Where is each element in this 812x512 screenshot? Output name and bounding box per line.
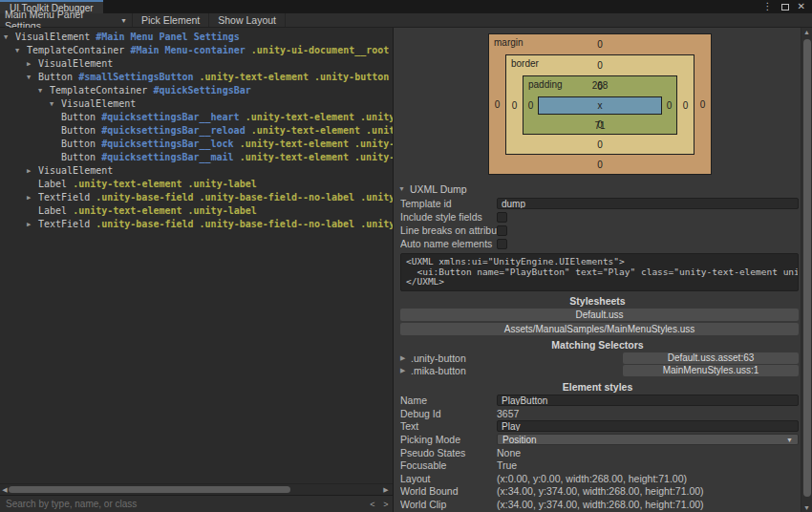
expand-icon[interactable]: ▶ — [27, 164, 38, 178]
text-input[interactable] — [497, 420, 799, 432]
style-row-name: Name — [400, 395, 799, 408]
stylesheets-list: Default.ussAssets/ManualSamples/MainMenu… — [395, 309, 801, 335]
matching-selectors-list: ▶.unity-buttonDefault.uss.asset:63▶.mika… — [395, 352, 801, 377]
world-clip-value: (x:34.00, y:374.00, width:268.00, height… — [497, 499, 704, 510]
tree-row[interactable]: ▼TemplateContainer #quickSettingsBar — [0, 84, 393, 97]
element-type: Button — [61, 125, 96, 136]
template-id-input[interactable] — [497, 198, 799, 209]
tree-row[interactable]: ▶TextField .unity-base-field .unity-base… — [0, 191, 393, 204]
element-classes: .unity-text-element .unity-label — [67, 179, 257, 189]
element-type: TemplateContainer — [27, 45, 124, 55]
selector-source-button[interactable]: Default.uss.asset:63 — [623, 352, 799, 364]
element-tree: ▼VisualElement #Main Menu Panel Settings… — [0, 28, 393, 483]
padding-label: padding — [528, 79, 563, 90]
panel-selector-dropdown[interactable]: Main Menu Panel Settings ▼ — [0, 13, 132, 27]
picking-mode-dropdown[interactable]: Position▼ — [497, 434, 799, 445]
tree-row[interactable]: Button #quicksettingsBar__heart .unity-t… — [0, 111, 393, 124]
collapse-icon[interactable]: ▼ — [38, 84, 50, 97]
maximize-icon[interactable] — [781, 4, 789, 11]
element-type: TemplateContainer — [50, 85, 147, 96]
selector-source-button[interactable]: MainMenuStyles.uss:1 — [623, 365, 799, 376]
kebab-menu-icon[interactable]: ⋮ — [763, 0, 773, 13]
horizontal-scrollbar[interactable]: ◀ ▶ — [0, 483, 393, 495]
tree-row[interactable]: ▶VisualElement — [0, 57, 393, 71]
ui-toolkit-debugger-window: UI Toolkit Debugger ⋮ ✕ Main Menu Panel … — [0, 0, 812, 512]
element-styles-list: NameDebug Id3657TextPicking ModePosition… — [395, 395, 801, 512]
layout-label: Layout — [400, 473, 497, 484]
padding-left-value: 0 — [524, 96, 538, 115]
collapse-icon[interactable]: ▼ — [398, 185, 410, 192]
uxml-code-block[interactable]: <UXML xmlns:ui="UnityEngine.UIElements">… — [400, 253, 799, 291]
element-type: TextField — [38, 192, 90, 203]
tree-row[interactable]: Label .unity-text-element .unity-label — [0, 178, 393, 191]
line-breaks-checkbox[interactable] — [497, 225, 507, 236]
element-classes: .unity-ui-document__root — [246, 45, 390, 55]
collapse-icon[interactable]: ▼ — [4, 31, 15, 44]
tree-row[interactable]: ▼TemplateContainer #Main Menu-container … — [0, 44, 393, 57]
horizontal-scrollbar-thumb[interactable] — [9, 486, 290, 493]
window-controls: ⋮ ✕ — [763, 0, 812, 13]
element-styles-header: Element styles — [395, 381, 801, 393]
tree-row[interactable]: ▼VisualElement #Main Menu Panel Settings — [0, 31, 393, 44]
margin-left-value: 0 — [489, 54, 505, 155]
element-name: #quicksettingsBar__mail — [96, 152, 234, 162]
box-model-border: border 0 0 padding 0 — [505, 54, 694, 155]
name-label: Name — [400, 395, 497, 406]
vertical-scrollbar-thumb[interactable] — [803, 39, 811, 497]
show-layout-button[interactable]: Show Layout — [208, 13, 286, 27]
tree-row[interactable]: Label .unity-text-element .unity-label — [0, 204, 393, 218]
expand-icon[interactable]: ▶ — [400, 354, 411, 362]
tree-row[interactable]: ▼Button #smallSettingsButton .unity-text… — [0, 71, 393, 84]
pick-element-button[interactable]: Pick Element — [132, 13, 208, 27]
include-style-fields-row: Include style fields — [400, 210, 799, 224]
scroll-up-icon[interactable]: ▲ — [801, 29, 812, 35]
tree-row[interactable]: Button #quicksettingsBar__mail .unity-te… — [0, 151, 393, 164]
element-name: #smallSettingsButton — [73, 72, 193, 82]
element-classes: .unity-text-element .unity-label — [67, 205, 257, 216]
chevron-down-icon: ▼ — [786, 437, 793, 443]
expand-icon[interactable]: ▶ — [27, 57, 38, 71]
tree-row[interactable]: ▼VisualElement — [0, 97, 393, 111]
tree-row[interactable]: ▶VisualElement — [0, 164, 393, 178]
expand-icon[interactable]: ▶ — [400, 367, 411, 374]
name-input[interactable] — [497, 395, 799, 406]
element-type: Label — [38, 205, 67, 216]
titlebar: UI Toolkit Debugger ⋮ ✕ — [0, 0, 812, 13]
collapse-icon[interactable]: ▼ — [50, 97, 61, 111]
auto-name-checkbox[interactable] — [497, 239, 507, 249]
style-row-focusable: FocusableTrue — [400, 459, 799, 472]
uxml-dump-foldout[interactable]: ▼ UXML Dump — [398, 182, 801, 195]
element-type: VisualElement — [38, 165, 113, 176]
stylesheet-item[interactable]: Default.uss — [400, 309, 799, 321]
element-type: Button — [61, 139, 96, 149]
element-classes: .unity-text-element .unity-button — [246, 125, 393, 136]
border-label: border — [511, 58, 539, 69]
focusable-label: Focusable — [400, 459, 497, 471]
layout-value: (x:0.00, y:0.00, width:268.00, height:71… — [497, 473, 687, 484]
search-prev-button[interactable]: < — [366, 496, 379, 512]
vertical-scrollbar[interactable]: ▲ ▼ — [801, 28, 812, 512]
matching-selectors-header: Matching Selectors — [395, 339, 801, 351]
expand-icon[interactable]: ▶ — [27, 218, 38, 231]
template-id-row: Template id — [400, 197, 799, 210]
search-next-button[interactable]: > — [379, 496, 393, 512]
margin-bottom-value: 0 — [597, 160, 603, 170]
search-bar: < > — [0, 495, 393, 512]
collapse-icon[interactable]: ▼ — [27, 71, 38, 84]
close-icon[interactable]: ✕ — [798, 0, 805, 13]
search-input[interactable] — [0, 497, 366, 512]
tree-row[interactable]: Button #quicksettingsBar__lock .unity-te… — [0, 138, 393, 151]
element-type: Button — [61, 152, 96, 162]
box-model-margin: margin 0 0 border 0 0 — [488, 33, 712, 175]
selector-name: .mika-button — [411, 365, 466, 376]
scroll-down-icon[interactable]: ▼ — [801, 504, 812, 511]
collapse-icon[interactable]: ▼ — [15, 44, 27, 57]
tree-row[interactable]: ▶TextField .unity-base-field .unity-base… — [0, 218, 393, 231]
border-left-value: 0 — [506, 75, 523, 135]
tree-row[interactable]: Button #quicksettingsBar__reload .unity-… — [0, 124, 393, 138]
style-row-text: Text — [400, 420, 799, 434]
stylesheet-item[interactable]: Assets/ManualSamples/MainMenuStyles.uss — [400, 323, 799, 335]
scroll-right-icon[interactable]: ▶ — [381, 484, 391, 495]
expand-icon[interactable]: ▶ — [27, 191, 38, 204]
include-style-fields-checkbox[interactable] — [497, 212, 507, 223]
